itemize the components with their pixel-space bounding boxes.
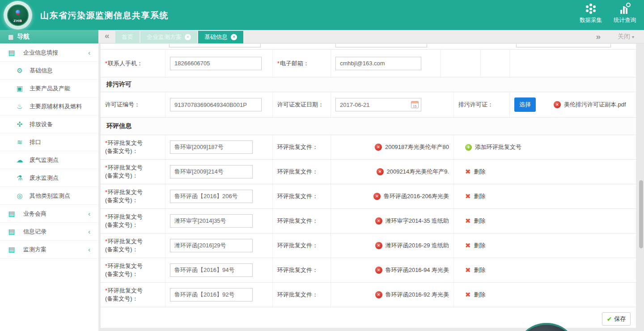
eia-doc-label: *环评批复文号 (备案文号)： (101, 160, 165, 184)
delete-cross-icon: ✖ (465, 217, 471, 225)
eia-file-name[interactable]: 潍环审字2014-35 造纸助 (386, 217, 449, 225)
email-cell (331, 50, 441, 77)
permit-file-entry: ✕ 美伦排污许可证副本.pdf (554, 101, 626, 109)
eia-file-cell: ✕ 潍环评函2016-29 造纸助 (331, 233, 454, 258)
eia-row: *环评批复文号 (备案文号)： 环评批复文件： ✕ 潍环审字2014-35 造纸… (101, 209, 636, 233)
remove-file-icon[interactable]: ✕ (375, 217, 382, 225)
tab-inactive[interactable]: 企业监测方案 ✕ (140, 31, 197, 43)
phone-label: *联系人手机： (101, 50, 165, 77)
permit-file-name[interactable]: 美伦排污许可证副本.pdf (564, 101, 626, 109)
fan-icon: ✣ (15, 120, 24, 128)
eia-doc-label: *环评批复文号 (备案文号)： (101, 209, 165, 233)
delete-eia-link[interactable]: ✖ 删除 (465, 242, 486, 250)
sidebar-item[interactable]: ▤ 业务会商 ‹ (0, 205, 98, 223)
remove-file-icon[interactable]: ✕ (554, 101, 561, 108)
tab-inactive[interactable]: 首页 (115, 31, 140, 43)
eia-file-name[interactable]: 鲁环评函2016-206寿光美 (384, 192, 449, 200)
delete-eia-link[interactable]: ✖ 删除 (465, 192, 486, 200)
outlet-icon: ≋ (15, 138, 24, 146)
sidebar-item[interactable]: ▤ 信息记录 ‹ (0, 223, 98, 241)
sidebar-item[interactable]: ▤ 企业信息填报 ‹ (0, 44, 98, 62)
delete-cross-icon: ✖ (465, 168, 471, 176)
email-label: *电子邮箱： (273, 50, 331, 77)
sidebar-item[interactable]: ▤ 监测方案 ‹ (0, 241, 98, 259)
remove-file-icon[interactable]: ✕ (373, 193, 381, 200)
sidebar-item[interactable]: ⚙ 基础信息 (0, 62, 98, 80)
eia-doc-input[interactable] (170, 214, 253, 228)
choose-file-button[interactable]: 选择 (514, 98, 536, 112)
sidebar-item[interactable]: ☁ 废气监测点 (0, 151, 98, 169)
scrollbar-thumb[interactable] (639, 180, 643, 248)
sidebar-item-label: 废水监测点 (30, 174, 59, 182)
tab-label: 企业监测方案 (147, 33, 182, 41)
sidebar-item[interactable]: ≋ 排口 (0, 133, 98, 151)
sidebar-item[interactable]: ✣ 排放设备 (0, 115, 98, 133)
chevron-left-icon: ‹ (88, 246, 90, 253)
app-title: 山东省污染源监测信息共享系统 (40, 10, 169, 21)
eia-doc-cell (165, 184, 273, 208)
eia-file-name[interactable]: 鲁环评函2016-94 寿光美 (386, 266, 449, 274)
eia-doc-input[interactable] (170, 288, 253, 301)
save-button[interactable]: ✔ 保存 (602, 312, 631, 326)
remove-file-icon[interactable]: ✕ (375, 291, 382, 298)
eia-row: *环评批复文号 (备案文号)： 环评批复文件： ✕ 2009187寿光美伦年产8… (101, 135, 636, 160)
calendar-icon[interactable]: 15 (411, 101, 419, 108)
eia-file-name[interactable]: 潍环评函2016-29 造纸助 (386, 242, 449, 250)
remove-file-icon[interactable]: ✕ (377, 168, 384, 175)
sidebar-item[interactable]: ▣ 主要产品及产能 (0, 80, 98, 98)
delete-eia-link[interactable]: ✖ 删除 (465, 291, 486, 299)
clipped-input[interactable] (335, 44, 427, 47)
tabs-scroll-left-icon[interactable]: « (105, 31, 110, 41)
tab-close-icon[interactable]: ✕ (185, 34, 191, 40)
delete-eia-link[interactable]: ✖ 删除 (465, 168, 486, 176)
tab-active[interactable]: 基础信息 ✕ (198, 31, 243, 43)
sidebar-item[interactable]: ♨ 主要原辅材料及燃料 (0, 98, 98, 115)
eia-doc-input[interactable] (170, 140, 253, 154)
tab-close-icon[interactable]: ✕ (231, 34, 237, 40)
clipped-input[interactable] (516, 44, 611, 47)
permit-section-title: 排污许可 (101, 77, 636, 92)
eia-file-name[interactable]: 2009187寿光美伦年产80 (385, 143, 449, 151)
eia-doc-label: *环评批复文号 (备案文号)： (101, 184, 165, 208)
delete-eia-link[interactable]: ✖ 删除 (465, 217, 486, 225)
phone-cell (165, 50, 273, 77)
sidebar-item[interactable]: ◎ 其他类别监测点 (0, 187, 98, 205)
eia-doc-input[interactable] (170, 263, 253, 277)
eia-doc-input[interactable] (170, 239, 253, 252)
product-cube-icon: ▣ (15, 85, 24, 93)
data-collection-button[interactable]: 数据采集 (580, 4, 602, 24)
remove-file-icon[interactable]: ✕ (375, 144, 382, 151)
sidebar-item-label: 基础信息 (30, 67, 53, 75)
email-input[interactable] (335, 57, 421, 70)
eia-row: *环评批复文号 (备案文号)： 环评批复文件： ✕ 鲁环评函2016-92 寿光… (101, 283, 636, 307)
phone-input[interactable] (170, 57, 262, 70)
clipped-input[interactable] (169, 44, 261, 47)
tabs-scroll-right-icon[interactable]: » (596, 32, 601, 42)
sidebar-item-label: 企业信息填报 (23, 49, 58, 57)
sidebar-item-label: 主要原辅材料及燃料 (30, 102, 82, 110)
eia-action-cell: ✖ 删除 (454, 258, 636, 282)
eia-file-name[interactable]: 鲁环评函2016-92 寿光美 (386, 291, 449, 299)
license-no-input[interactable] (170, 98, 262, 111)
sidebar-item[interactable]: ⚗ 废水监测点 (0, 169, 98, 187)
statistics-search-icon (619, 4, 630, 14)
eia-row: *环评批复文号 (备案文号)： 环评批复文件： ✕ 2009214寿光美伦年产9… (101, 160, 636, 184)
sidebar-item-label: 监测方案 (23, 246, 47, 254)
eia-doc-input[interactable] (170, 165, 253, 178)
remove-file-icon[interactable]: ✕ (375, 267, 382, 274)
add-eia-link[interactable]: + 添加环评批复文号 (465, 143, 521, 151)
delete-eia-link[interactable]: ✖ 删除 (465, 266, 486, 274)
location-icon: ◎ (15, 192, 24, 200)
license-no-label: 许可证编号： (101, 92, 165, 117)
remove-file-icon[interactable]: ✕ (375, 242, 382, 249)
issue-date-input[interactable] (335, 98, 421, 111)
close-menu-button[interactable]: 关闭 ▾ (618, 33, 634, 41)
eia-doc-input[interactable] (170, 190, 253, 203)
data-collection-icon (585, 4, 596, 14)
eia-section-title: 环评信息 (101, 118, 636, 135)
statistics-query-button[interactable]: 统计查询 (614, 4, 636, 24)
eia-file-cell: ✕ 2009214寿光美伦年产9. (331, 160, 454, 184)
eia-file-cell: ✕ 鲁环评函2016-206寿光美 (331, 184, 454, 208)
eia-file-name[interactable]: 2009214寿光美伦年产9. (387, 168, 449, 176)
clipped-form-row (101, 44, 636, 50)
